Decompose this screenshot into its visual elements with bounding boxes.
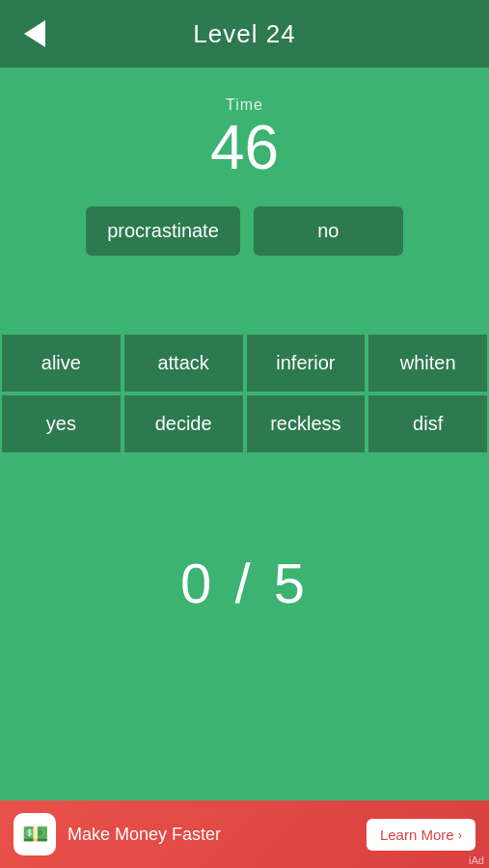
word-row-2: yes decide reckless disf [0,393,489,454]
ad-text: Make Money Faster [68,825,355,845]
score-value: 0 / 5 [180,551,309,615]
learn-more-button[interactable]: Learn More › [367,819,475,851]
word-grid: alive attack inferior whiten yes decide … [0,333,489,454]
word-cell-attack[interactable]: attack [122,333,245,393]
word-row-1: alive attack inferior whiten [0,333,489,393]
word-cell-inferior[interactable]: inferior [245,333,367,393]
time-label: Time [226,96,263,114]
time-value: 46 [210,114,279,181]
word-cell-alive[interactable]: alive [0,333,122,393]
word-cell-disf[interactable]: disf [367,393,489,454]
word-cell-yes[interactable]: yes [0,393,122,454]
main-area: Time 46 procrastinate no alive attack in… [0,68,489,800]
score-section: 0 / 5 [180,551,309,615]
back-button[interactable] [17,16,52,51]
iad-label: iAd [469,854,484,866]
level-title: Level 24 [193,19,295,49]
time-section: Time 46 [210,96,279,181]
learn-more-label: Learn More [380,827,454,843]
ad-banner[interactable]: 💵 Make Money Faster Learn More › iAd [0,800,489,868]
answer-box-2[interactable]: no [254,206,403,256]
chevron-icon: › [458,827,462,842]
back-icon [24,20,45,47]
word-cell-decide[interactable]: decide [122,393,245,454]
header: Level 24 [0,0,489,68]
answer-box-1[interactable]: procrastinate [86,206,240,256]
ad-icon: 💵 [14,813,56,855]
answer-row: procrastinate no [86,206,403,256]
word-cell-whiten[interactable]: whiten [367,333,489,393]
word-cell-reckless[interactable]: reckless [245,393,367,454]
